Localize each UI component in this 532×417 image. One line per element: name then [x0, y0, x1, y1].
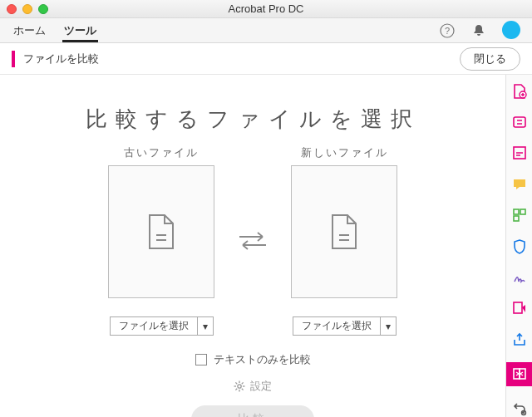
svg-line-13 [242, 382, 244, 384]
svg-line-12 [242, 389, 244, 390]
rail-share-icon[interactable] [510, 331, 529, 347]
rail-protect-icon[interactable] [510, 238, 529, 254]
old-file-dropzone[interactable] [108, 165, 214, 298]
svg-rect-20 [514, 216, 519, 221]
help-icon[interactable]: ? [439, 22, 456, 39]
rail-organize-icon[interactable] [510, 208, 529, 223]
svg-text:?: ? [445, 26, 450, 36]
tool-title: ファイルを比較 [23, 52, 99, 66]
text-only-label: テキストのみを比較 [214, 352, 311, 367]
rail-create-pdf-icon[interactable] [510, 83, 529, 99]
account-avatar[interactable] [502, 21, 520, 39]
file-icon [329, 213, 359, 250]
svg-line-11 [235, 382, 237, 384]
page-heading: 比較するファイルを選択 [86, 105, 421, 134]
svg-rect-16 [514, 117, 525, 127]
rail-comment-icon[interactable] [510, 176, 529, 192]
main-content: 比較するファイルを選択 古いファイル ファイルを選択 ▾ [0, 75, 505, 417]
svg-rect-21 [514, 302, 522, 313]
svg-rect-18 [514, 209, 519, 214]
zoom-window-icon[interactable] [38, 4, 48, 14]
window-title: Acrobat Pro DC [0, 2, 532, 15]
select-old-file-dropdown[interactable]: ▾ [198, 316, 214, 336]
rail-sign-icon[interactable] [510, 269, 529, 285]
rail-more-icon[interactable] [510, 401, 529, 417]
rail-send-icon[interactable] [510, 301, 529, 316]
select-new-file-button[interactable]: ファイルを選択 [293, 316, 381, 336]
notifications-icon[interactable] [470, 22, 487, 39]
settings-label: 設定 [250, 379, 272, 394]
rail-edit-pdf-icon[interactable] [510, 145, 529, 161]
new-file-label: 新しいファイル [301, 145, 388, 160]
tab-home[interactable]: ホーム [12, 18, 47, 42]
svg-line-14 [235, 389, 237, 390]
rail-compare-icon[interactable] [506, 362, 533, 385]
settings-link[interactable]: 設定 [234, 379, 272, 394]
primary-tabs: ホーム ツール ? [0, 18, 532, 43]
window-controls[interactable] [7, 4, 48, 14]
tools-rail [505, 75, 532, 417]
svg-point-6 [238, 385, 241, 388]
minimize-window-icon[interactable] [22, 4, 32, 14]
compare-button: 比較 [191, 405, 314, 417]
svg-rect-19 [520, 209, 525, 214]
gear-icon [234, 380, 245, 392]
file-icon [146, 213, 176, 250]
select-old-file-button[interactable]: ファイルを選択 [110, 316, 198, 336]
new-file-dropzone[interactable] [291, 165, 397, 298]
tool-header: ファイルを比較 閉じる [0, 43, 532, 75]
close-window-icon[interactable] [7, 4, 17, 14]
old-file-label: 古いファイル [124, 145, 199, 160]
select-new-file-dropdown[interactable]: ▾ [381, 316, 397, 336]
close-tool-button[interactable]: 閉じる [460, 47, 520, 71]
accent-bar [12, 51, 15, 67]
rail-export-pdf-icon[interactable] [510, 114, 529, 130]
titlebar: Acrobat Pro DC [0, 0, 532, 18]
swap-files-button[interactable] [236, 228, 269, 253]
text-only-checkbox[interactable] [195, 354, 207, 365]
tab-tools[interactable]: ツール [62, 18, 98, 42]
